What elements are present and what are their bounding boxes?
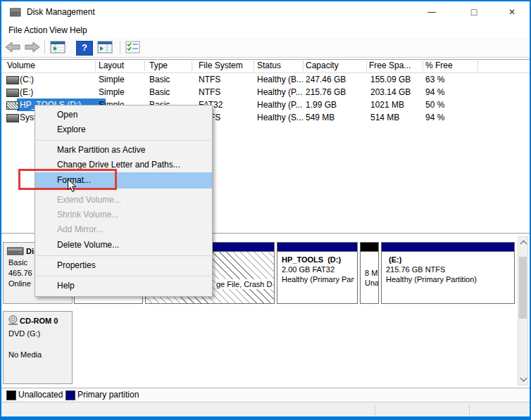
cell-pct-free: 63 % <box>425 73 444 86</box>
cdrom-panel[interactable]: CD-ROM 0 DVD (G:) No Media <box>3 311 73 384</box>
disk-icon <box>7 247 24 255</box>
scrollbar-thumb[interactable] <box>519 257 527 319</box>
app-icon <box>10 8 21 17</box>
status-divider <box>469 405 470 415</box>
cell-status: Healthy (P... <box>257 98 302 111</box>
cell-layout: Simple <box>99 73 125 86</box>
cdrom-icon <box>8 315 18 326</box>
disk0-status: Online <box>8 279 31 288</box>
cell-capacity: 1.99 GB <box>306 98 337 111</box>
maximize-button[interactable]: □ <box>458 1 490 23</box>
menu-item-help[interactable]: Help <box>35 279 212 293</box>
toolbar: ? <box>1 38 530 58</box>
partition-d-name: HP_TOOLS (D:) <box>282 255 354 265</box>
back-icon[interactable] <box>5 42 21 53</box>
toolbar-separator <box>44 41 45 54</box>
unallocated-status: Unallocated <box>365 278 378 288</box>
col-free-space[interactable]: Free Spa... <box>369 60 411 72</box>
unallocated-size: 8 MB <box>365 268 378 278</box>
mouse-cursor <box>67 179 77 193</box>
header-divider <box>366 61 367 71</box>
col-layout[interactable]: Layout <box>99 60 124 72</box>
header-divider <box>144 61 145 71</box>
partition-block-d[interactable]: HP_TOOLS (D:) 2.00 GB FAT32 Healthy (Pri… <box>277 242 358 304</box>
header-divider <box>423 61 423 71</box>
menu-help[interactable]: Help <box>67 25 90 36</box>
legend-label-unallocated: Unallocated <box>18 390 63 400</box>
menu-item-open[interactable]: Open <box>35 108 212 122</box>
volume-icon <box>6 114 19 122</box>
menu-item-mark-partition-active[interactable]: Mark Partition as Active <box>35 143 212 158</box>
menu-item-shrink-volume[interactable]: Shrink Volume... <box>35 208 212 222</box>
table-row[interactable]: (C:) Simple Basic NTFS Healthy (B... 247… <box>1 73 527 86</box>
col-capacity[interactable]: Capacity <box>306 60 339 72</box>
cell-capacity: 215.76 GB <box>306 86 346 98</box>
legend-swatch-unallocated <box>6 390 16 400</box>
partition-e-size: 215.76 GB NTFS <box>386 265 445 274</box>
col-status[interactable]: Status <box>257 60 281 72</box>
legend-bar: Unallocated Primary partition <box>1 388 530 402</box>
window-title: Disk Management <box>27 7 95 17</box>
status-bar <box>1 402 530 417</box>
menu-separator <box>35 273 212 279</box>
partition-block-unallocated[interactable]: 8 MB Unallocated <box>360 242 379 304</box>
menu-item-explore[interactable]: Explore <box>35 122 212 137</box>
vertical-scrollbar[interactable] <box>518 236 528 386</box>
header-divider <box>477 61 478 71</box>
legend-swatch-primary <box>65 390 75 400</box>
cell-volume: (C:) <box>20 73 34 86</box>
window-border-left <box>0 0 1 420</box>
forward-icon[interactable] <box>24 42 40 53</box>
volume-icon <box>6 89 19 97</box>
help-icon[interactable]: ? <box>76 41 93 56</box>
disk0-type: Basic <box>8 258 27 267</box>
cell-free-space: 514 MB <box>370 111 399 124</box>
partition-e-status: Healthy (Primary Partition) <box>386 274 477 284</box>
volume-icon <box>6 76 19 84</box>
menu-item-extend-volume[interactable]: Extend Volume... <box>35 193 212 208</box>
volume-table-header: Volume Layout Type File System Status Ca… <box>1 59 530 73</box>
actions-pane-icon[interactable] <box>97 41 113 54</box>
disk-management-window: Disk Management — □ ✕ File Action View H… <box>0 0 531 420</box>
legend-label-primary: Primary partition <box>77 390 139 400</box>
cell-capacity: 549 MB <box>306 111 335 124</box>
cell-pct-free: 94 % <box>425 86 444 98</box>
col-volume[interactable]: Volume <box>7 60 35 72</box>
cell-status: Healthy (B... <box>257 73 304 86</box>
cell-file-system: NTFS <box>199 86 220 98</box>
scroll-down-icon[interactable] <box>520 375 527 382</box>
header-divider <box>254 61 254 71</box>
col-file-system[interactable]: File System <box>199 60 243 72</box>
cdrom-label: CD-ROM 0 <box>20 317 58 325</box>
minimize-button[interactable]: — <box>416 1 448 23</box>
cell-layout: Simple <box>99 86 125 98</box>
col-pct-free[interactable]: % Free <box>425 60 453 72</box>
scroll-up-icon[interactable] <box>520 241 527 248</box>
close-button[interactable]: ✕ <box>496 1 528 23</box>
partition-d-size: 2.00 GB FAT32 <box>282 265 354 274</box>
properties-list-icon[interactable] <box>125 41 141 54</box>
table-row[interactable]: (E:) Simple Basic NTFS Healthy (P... 215… <box>1 86 527 98</box>
cell-free-space: 203.14 GB <box>370 86 411 98</box>
menu-separator <box>35 253 212 258</box>
toolbar-separator <box>120 41 120 54</box>
primary-partition-bar <box>277 243 357 252</box>
cell-status: Healthy (P... <box>257 86 302 98</box>
menu-item-delete-volume[interactable]: Delete Volume... <box>35 237 212 253</box>
partition-block-e[interactable]: (E:) 215.76 GB NTFS Healthy (Primary Par… <box>381 242 515 304</box>
unallocated-bar <box>361 243 378 252</box>
col-type[interactable]: Type <box>149 60 168 72</box>
title-bar: Disk Management — □ ✕ <box>1 1 530 23</box>
console-tree-icon[interactable] <box>50 41 65 54</box>
partition-e-name: (E:) <box>389 255 401 265</box>
cdrom-volume: DVD (G:) <box>8 329 40 338</box>
header-divider <box>303 61 304 71</box>
menu-item-add-mirror[interactable]: Add Mirror... <box>35 222 212 237</box>
cell-capacity: 247.46 GB <box>306 73 346 86</box>
window-border-top <box>0 0 531 1</box>
cell-free-space: 155.09 GB <box>370 73 411 86</box>
window-border-bottom <box>0 416 531 420</box>
cell-pct-free: 94 % <box>425 111 444 124</box>
menu-item-properties[interactable]: Properties <box>35 258 212 273</box>
header-divider <box>95 61 96 71</box>
